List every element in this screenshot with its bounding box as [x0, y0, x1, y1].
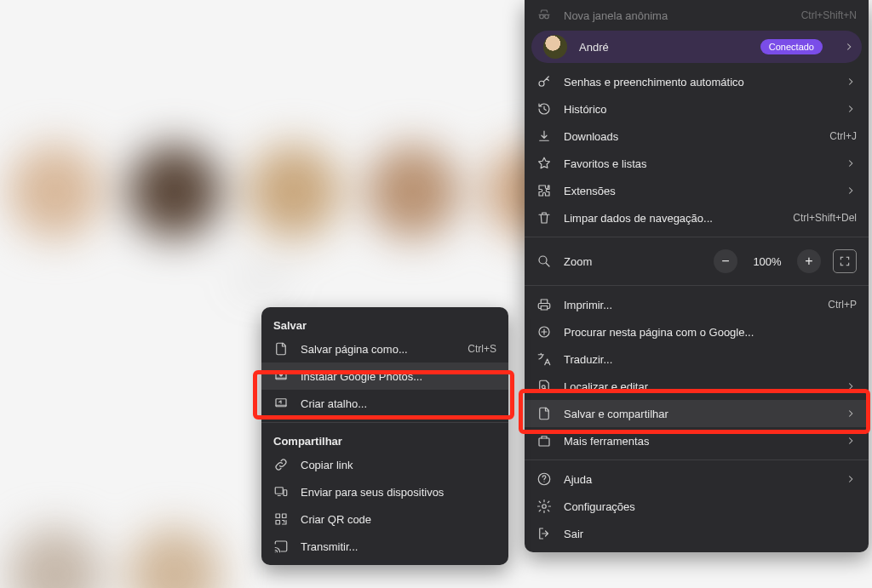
- zoom-label: Zoom: [564, 255, 702, 268]
- fullscreen-button[interactable]: [833, 249, 857, 273]
- shortcut-icon: [273, 396, 289, 411]
- clear-data-shortcut: Ctrl+Shift+Del: [793, 212, 857, 224]
- svg-rect-10: [284, 490, 287, 496]
- translate-item[interactable]: Traduzir...: [525, 345, 869, 373]
- svg-rect-12: [283, 514, 287, 518]
- settings-item[interactable]: Configurações: [525, 493, 869, 520]
- trash-icon: [536, 210, 552, 225]
- search-google-label: Procurar nesta página com o Google...: [564, 326, 857, 339]
- exit-item[interactable]: Sair: [525, 520, 869, 547]
- svg-rect-11: [276, 514, 280, 518]
- incognito-shortcut: Ctrl+Shift+N: [801, 9, 857, 21]
- exit-label: Sair: [564, 528, 857, 540]
- save-page-item[interactable]: Salvar página como... Ctrl+S: [261, 335, 508, 363]
- file-icon: [273, 341, 289, 357]
- install-icon: [273, 368, 289, 384]
- file-icon: [536, 406, 552, 421]
- passwords-label: Senhas e preenchimento automático: [564, 76, 833, 88]
- gear-icon: [536, 499, 552, 514]
- install-pwa-item[interactable]: Instalar Google Photos...: [261, 363, 508, 390]
- fullscreen-icon: [839, 255, 851, 267]
- chevron-right-icon: [845, 157, 857, 169]
- chevron-right-icon: [845, 408, 857, 420]
- history-icon: [536, 101, 552, 117]
- help-label: Ajuda: [564, 473, 833, 486]
- install-pwa-label: Instalar Google Photos...: [301, 370, 496, 383]
- qr-code-item[interactable]: Criar QR code: [261, 505, 508, 533]
- copy-link-item[interactable]: Copiar link: [261, 451, 508, 478]
- copy-link-label: Copiar link: [301, 459, 496, 471]
- save-share-submenu: Salvar Salvar página como... Ctrl+S Inst…: [261, 307, 508, 565]
- help-item[interactable]: Ajuda: [525, 465, 869, 493]
- translate-label: Traduzir...: [564, 353, 857, 366]
- more-tools-item[interactable]: Mais ferramentas: [525, 427, 869, 454]
- passwords-item[interactable]: Senhas e preenchimento automático: [525, 68, 869, 95]
- avatar: [543, 35, 567, 59]
- svg-point-1: [539, 256, 547, 264]
- extensions-label: Extensões: [564, 185, 833, 197]
- print-icon: [536, 297, 552, 312]
- separator: [525, 285, 869, 286]
- cast-label: Transmitir...: [301, 540, 496, 553]
- link-icon: [273, 457, 289, 472]
- google-icon: [536, 324, 552, 340]
- help-icon: [536, 471, 552, 487]
- profile-row[interactable]: André Conectado: [531, 31, 862, 63]
- chevron-right-icon: [845, 185, 857, 197]
- incognito-icon: [536, 8, 552, 23]
- settings-label: Configurações: [564, 500, 857, 513]
- document-search-icon: [536, 379, 552, 394]
- chevron-right-icon: [845, 473, 857, 485]
- cast-icon: [273, 539, 289, 554]
- separator: [525, 237, 869, 237]
- svg-rect-13: [276, 521, 280, 525]
- translate-icon: [536, 351, 552, 367]
- devices-icon: [273, 484, 289, 500]
- extensions-item[interactable]: Extensões: [525, 177, 869, 204]
- zoom-icon: [536, 254, 552, 269]
- downloads-label: Downloads: [564, 130, 818, 143]
- profile-badge: Conectado: [760, 39, 823, 54]
- chevron-right-icon: [845, 103, 857, 115]
- chevron-right-icon: [845, 76, 857, 88]
- print-shortcut: Ctrl+P: [828, 299, 857, 311]
- svg-point-6: [542, 505, 547, 509]
- history-item[interactable]: Histórico: [525, 95, 869, 123]
- downloads-item[interactable]: Downloads Ctrl+J: [525, 123, 869, 150]
- bookmarks-item[interactable]: Favoritos e listas: [525, 150, 869, 177]
- chevron-right-icon: [843, 41, 855, 53]
- qr-icon: [273, 511, 289, 527]
- create-shortcut-label: Criar atalho...: [301, 397, 496, 410]
- find-edit-item[interactable]: Localizar e editar: [525, 373, 869, 400]
- qr-code-label: Criar QR code: [301, 513, 496, 526]
- clear-data-item[interactable]: Limpar dados de navegação... Ctrl+Shift+…: [525, 204, 869, 231]
- send-devices-item[interactable]: Enviar para seus dispositivos: [261, 478, 508, 505]
- separator: [261, 422, 508, 423]
- zoom-in-button[interactable]: +: [797, 249, 821, 273]
- svg-rect-9: [275, 488, 283, 494]
- section-save: Salvar: [261, 312, 508, 335]
- zoom-out-button[interactable]: −: [714, 249, 737, 273]
- chevron-right-icon: [845, 435, 857, 447]
- search-google-item[interactable]: Procurar nesta página com o Google...: [525, 318, 869, 345]
- clear-data-label: Limpar dados de navegação...: [564, 212, 781, 225]
- tools-icon: [536, 433, 552, 448]
- star-icon: [536, 156, 552, 171]
- bookmarks-label: Favoritos e listas: [564, 157, 833, 170]
- chevron-right-icon: [845, 380, 857, 392]
- zoom-row: Zoom − 100% +: [525, 243, 869, 280]
- print-item[interactable]: Imprimir... Ctrl+P: [525, 291, 869, 318]
- chrome-main-menu: Nova janela anônima Ctrl+Shift+N André C…: [525, 0, 869, 552]
- print-label: Imprimir...: [564, 299, 816, 311]
- incognito-label: Nova janela anônima: [564, 9, 789, 22]
- puzzle-icon: [536, 183, 552, 198]
- download-icon: [536, 128, 552, 144]
- save-share-item[interactable]: Salvar e compartilhar: [525, 400, 869, 427]
- cast-item[interactable]: Transmitir...: [261, 533, 508, 560]
- bg-label: Bentinho: [238, 272, 289, 287]
- section-share: Compartilhar: [261, 428, 508, 451]
- create-shortcut-item[interactable]: Criar atalho...: [261, 390, 508, 417]
- downloads-shortcut: Ctrl+J: [829, 130, 857, 142]
- new-incognito-item[interactable]: Nova janela anônima Ctrl+Shift+N: [525, 5, 869, 26]
- more-tools-label: Mais ferramentas: [564, 435, 833, 448]
